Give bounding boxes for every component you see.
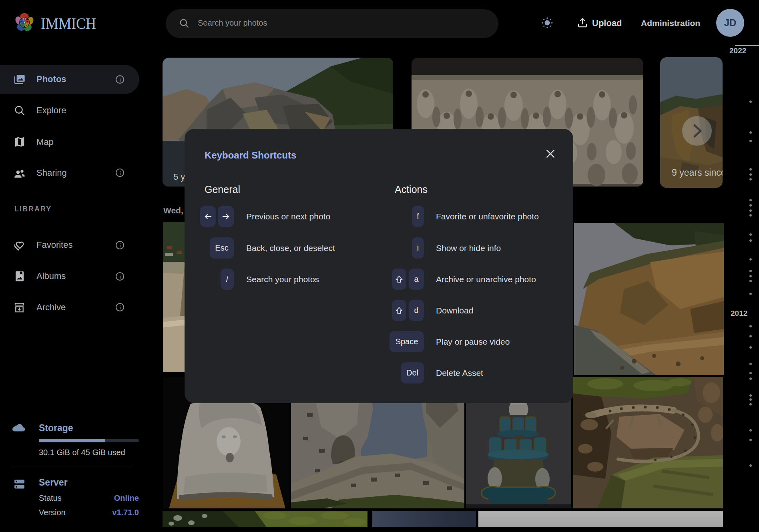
svg-text:9 years since: 9 years since (672, 167, 723, 178)
